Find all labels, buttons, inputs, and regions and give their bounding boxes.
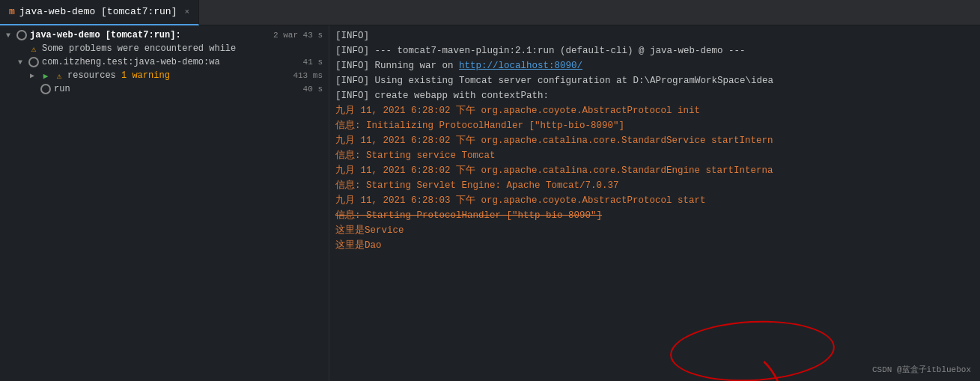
tree-arrow-com (18, 58, 28, 67)
maven-icon: m (9, 6, 15, 17)
log-line: 信息: Starting service Tomcat (335, 148, 974, 163)
com-badge: 41 s (303, 58, 323, 67)
tree-item-warning[interactable]: ⚠ Some problems were encountered while (0, 42, 329, 55)
run-label: run (54, 84, 297, 94)
log-line: 九月 11, 2021 6:28:02 下午 org.apache.catali… (335, 133, 974, 148)
log-line: [INFO] create webapp with contextPath: (335, 88, 974, 103)
relative-wrapper: [INFO][INFO] --- tomcat7-maven-plugin:2.… (329, 25, 980, 381)
log-line: 信息: Starting ProtocolHandler ["http-bio-… (335, 208, 974, 223)
log-line: [INFO] --- tomcat7-maven-plugin:2.1:run … (335, 43, 974, 58)
resources-warning-icon: ⚠ (54, 70, 64, 81)
run-circle-icon (16, 30, 27, 40)
tree-arrow-root (6, 31, 16, 40)
watermark: CSDN @蓝盒子itbluebox (872, 364, 971, 375)
run-time: 40 s (303, 85, 323, 94)
log-line: 信息: Starting Servlet Engine: Apache Tomc… (335, 178, 974, 193)
run-circle-icon2 (40, 84, 51, 94)
root-badge: 2 war 43 s (273, 31, 323, 40)
left-panel: java-web-demo [tomcat7:run]: 2 war 43 s … (0, 25, 329, 381)
tree-item-run[interactable]: run 40 s (0, 82, 329, 96)
right-panel: [INFO][INFO] --- tomcat7-maven-plugin:2.… (329, 25, 980, 381)
tree-item-root[interactable]: java-web-demo [tomcat7:run]: 2 war 43 s (0, 28, 329, 42)
log-line: 九月 11, 2021 6:28:02 下午 org.apache.catali… (335, 163, 974, 178)
com-circle-icon (28, 57, 39, 67)
log-line: 九月 11, 2021 6:28:03 下午 org.apache.coyote… (335, 193, 974, 208)
main-content: java-web-demo [tomcat7:run]: 2 war 43 s … (0, 25, 980, 381)
resources-time: 413 ms (293, 71, 323, 80)
log-line: 这里是Service (335, 223, 974, 238)
tab-bar: m java-web-demo [tomcat7:run] × (0, 0, 980, 25)
main-tab[interactable]: m java-web-demo [tomcat7:run] × (0, 0, 199, 25)
tree-arrow-resources (30, 71, 40, 80)
log-line: 信息: Initializing ProtocolHandler ["http-… (335, 118, 974, 133)
resources-label: resources 1 warning (67, 70, 287, 81)
log-line: 这里是Dao (335, 238, 974, 253)
tab-label: java-web-demo [tomcat7:run] (19, 6, 177, 17)
localhost-link[interactable]: http://localhost:8090/ (459, 61, 582, 71)
com-label: com.itzheng.test:java-web-demo:wa (42, 57, 297, 67)
root-label: java-web-demo [tomcat7:run]: (30, 30, 267, 40)
tree-item-resources[interactable]: ▶ ⚠ resources 1 warning 413 ms (0, 69, 329, 82)
tab-close-button[interactable]: × (184, 7, 189, 16)
tree-item-com[interactable]: com.itzheng.test:java-web-demo:wa 41 s (0, 55, 329, 69)
log-line: 九月 11, 2021 6:28:02 下午 org.apache.coyote… (335, 103, 974, 118)
log-line: [INFO] Running war on http://localhost:8… (335, 58, 974, 73)
warning-icon: ⚠ (28, 43, 39, 54)
warning-label: Some problems were encountered while (42, 43, 323, 54)
log-line: [INFO] Using existing Tomcat server conf… (335, 73, 974, 88)
play-icon: ▶ (40, 70, 51, 81)
log-line: [INFO] (335, 28, 974, 43)
